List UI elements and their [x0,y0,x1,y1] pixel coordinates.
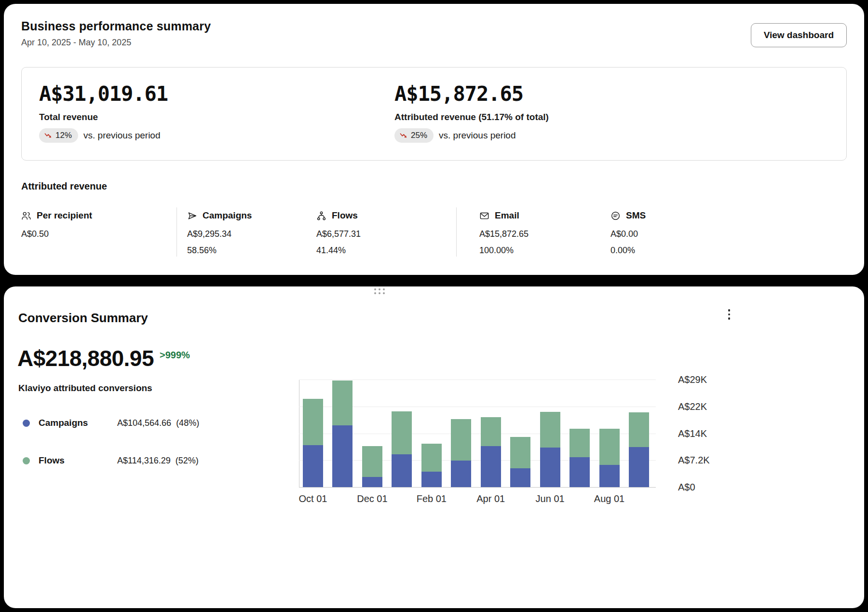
bar-segment-campaigns [599,465,620,487]
bar-segment-campaigns [481,446,501,487]
x-axis-label: Apr 01 [476,493,505,504]
per-recipient-column: Per recipient A$0.50 [21,210,92,239]
trend-badge: 25% [394,128,434,143]
trend-percent: 12% [55,131,72,140]
column-label: Per recipient [37,210,92,221]
conversion-change-percent: >999% [160,350,190,361]
conversion-subtitle: Klaviyo attributed conversions [18,383,152,394]
divider [176,207,177,257]
kebab-menu-button[interactable] [721,305,737,324]
email-column: Email A$15,872.65 100.00% [479,210,529,256]
bar-segment-flows [570,429,590,457]
attributed-revenue-breakdown: Per recipient A$0.50 Campaigns A$9,295.3… [21,210,847,268]
bar-7: Apr 01 [481,380,501,487]
bar-11: Aug 01 [599,380,620,487]
bar-5: Feb 01 [421,380,442,487]
flows-column: Flows A$6,577.31 41.44% [316,210,361,256]
y-tick-label: A$29K [678,374,707,385]
bar-segment-flows [481,417,501,446]
conversion-total-value: A$218,880.95 [17,345,154,371]
bar-segment-campaigns [510,468,530,487]
y-tick-label: A$0 [678,482,695,493]
send-icon [187,211,197,221]
title-block: Business performance summary Apr 10, 202… [21,19,211,48]
bars-container: Oct 01Dec 01Feb 01Apr 01Jun 01Aug 01 [303,380,649,487]
column-percent: 100.00% [479,245,529,256]
x-axis-label: Oct 01 [299,493,327,504]
bar-segment-flows [392,411,412,454]
legend-value: A$114,316.29 (52%) [117,456,199,466]
bar-segment-campaigns [570,457,590,487]
view-dashboard-button[interactable]: View dashboard [751,23,847,47]
legend-item-campaigns: Campaigns A$104,564.66 (48%) [23,418,199,428]
conversion-summary-title: Conversion Summary [18,311,148,326]
column-amount: A$6,577.31 [316,229,361,239]
kebab-icon [728,309,731,312]
bar-segment-flows [421,444,442,472]
trend-down-icon [400,133,407,139]
y-tick-label: A$14K [678,428,707,439]
column-amount: A$9,295.34 [187,229,252,239]
bar-segment-campaigns [629,447,649,487]
bar-segment-campaigns [303,445,323,487]
total-revenue-trend: 12% vs. previous period [39,128,394,143]
bar-segment-flows [510,437,530,468]
bar-12 [629,380,649,487]
divider [456,207,457,257]
trend-percent: 25% [411,131,427,140]
bar-8 [510,380,530,487]
campaigns-color-dot [23,420,30,427]
bar-segment-campaigns [451,461,471,487]
bar-segment-campaigns [392,454,412,487]
total-revenue-value: A$31,019.61 [39,82,394,106]
bar-segment-campaigns [421,472,442,487]
attributed-revenue-label: Attributed revenue (51.17% of total) [394,112,829,122]
attributed-revenue-value: A$15,872.65 [394,82,829,106]
date-range: Apr 10, 2025 - May 10, 2025 [21,38,211,48]
attributed-revenue-trend: 25% vs. previous period [394,128,829,143]
people-icon [21,211,31,221]
conversion-summary-card: Conversion Summary A$218,880.95 >999% Kl… [4,286,864,608]
column-percent: 0.00% [610,245,646,256]
bar-segment-flows [629,412,649,447]
bar-segment-campaigns [332,425,353,487]
column-amount: A$15,872.65 [479,229,529,239]
bar-6 [451,380,471,487]
total-revenue-metric: A$31,019.61 Total revenue 12% vs. previo… [39,82,394,146]
total-revenue-label: Total revenue [39,112,394,122]
y-tick-label: A$22K [678,401,707,412]
x-axis-label: Jun 01 [536,493,565,504]
bar-segment-flows [599,429,620,465]
column-label: Email [495,210,519,221]
bar-segment-flows [540,412,560,448]
column-label: Flows [332,210,358,221]
legend-label: Flows [39,455,117,466]
bar-segment-flows [303,399,323,445]
drag-handle[interactable] [374,288,385,294]
campaigns-column: Campaigns A$9,295.34 58.56% [187,210,252,256]
sms-column: SMS A$0.00 0.00% [610,210,646,256]
column-percent: 58.56% [187,245,252,256]
bar-segment-flows [332,381,353,426]
bar-10 [570,380,590,487]
chart-legend: Campaigns A$104,564.66 (48%) Flows A$114… [23,418,199,493]
bar-segment-flows [362,446,382,477]
business-performance-card: Business performance summary Apr 10, 202… [4,4,864,275]
column-label: Campaigns [203,210,252,221]
column-percent: 41.44% [316,245,361,256]
y-tick-label: A$7.2K [678,455,710,466]
bar-segment-campaigns [540,448,560,487]
flows-color-dot [23,457,30,464]
bar-segment-flows [451,419,471,461]
legend-value: A$104,564.66 (48%) [117,418,199,428]
dashboard-page: { "colors": { "trend-red": "#c0392b", "p… [0,0,868,612]
x-axis-label: Dec 01 [357,493,387,504]
bar-1: Oct 01 [303,380,323,487]
trend-badge: 12% [39,128,78,143]
trend-down-icon [44,133,52,139]
y-axis: A$29K A$22K A$14K A$7.2K A$0 [678,380,731,487]
trend-suffix: vs. previous period [439,130,515,141]
business-summary-title: Business performance summary [21,19,211,33]
conversion-total-block: A$218,880.95 >999% [17,345,190,371]
legend-item-flows: Flows A$114,316.29 (52%) [23,455,199,466]
